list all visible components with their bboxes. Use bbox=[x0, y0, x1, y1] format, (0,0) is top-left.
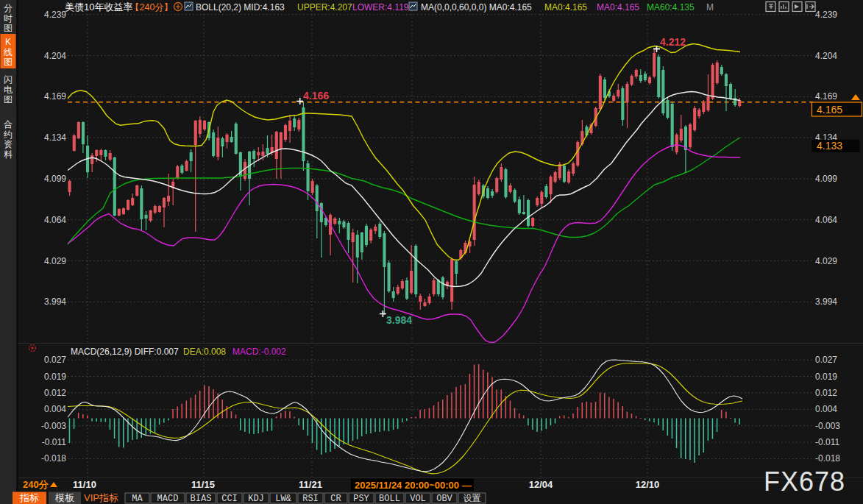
svg-text:美债10年收益率: 美债10年收益率 bbox=[65, 1, 132, 13]
svg-text:指标: 指标 bbox=[19, 492, 39, 503]
svg-text:0.012: 0.012 bbox=[44, 388, 66, 398]
svg-text:11/21: 11/21 bbox=[299, 479, 322, 490]
svg-text:MA60:4.135: MA60:4.135 bbox=[647, 2, 695, 13]
svg-text:RSI: RSI bbox=[302, 494, 319, 504]
svg-text:约: 约 bbox=[4, 129, 13, 140]
svg-text:OBV: OBV bbox=[436, 494, 452, 504]
svg-text:MA0:4.165: MA0:4.165 bbox=[544, 2, 587, 13]
svg-text:DEA:0.008: DEA:0.008 bbox=[183, 347, 226, 357]
svg-text:4.169: 4.169 bbox=[44, 91, 66, 102]
svg-text:线: 线 bbox=[4, 47, 13, 57]
svg-text:3.994: 3.994 bbox=[44, 297, 66, 307]
svg-text:4.029: 4.029 bbox=[44, 256, 66, 266]
svg-text:M: M bbox=[706, 2, 714, 13]
svg-text:4.029: 4.029 bbox=[815, 256, 837, 266]
svg-text:-0.011: -0.011 bbox=[42, 437, 66, 447]
svg-text:2025/11/24 20:00~00:00 —: 2025/11/24 20:00~00:00 — bbox=[355, 480, 472, 491]
svg-text:BIAS: BIAS bbox=[191, 494, 212, 504]
svg-text:4.165: 4.165 bbox=[817, 104, 842, 116]
svg-text:11/15: 11/15 bbox=[191, 479, 215, 490]
svg-text:MA0:4.165: MA0:4.165 bbox=[597, 2, 639, 13]
svg-text:0.019: 0.019 bbox=[815, 372, 837, 382]
svg-text:-0.003: -0.003 bbox=[815, 421, 840, 431]
svg-text:4.204: 4.204 bbox=[815, 51, 837, 61]
svg-text:4.064: 4.064 bbox=[815, 215, 837, 225]
svg-text:设置: 设置 bbox=[464, 494, 481, 504]
svg-text:UPPER:4.207: UPPER:4.207 bbox=[297, 2, 352, 13]
svg-text:0.027: 0.027 bbox=[815, 355, 837, 365]
svg-text:4.166: 4.166 bbox=[303, 90, 329, 102]
svg-text:4.134: 4.134 bbox=[44, 132, 66, 143]
svg-text:4.133: 4.133 bbox=[817, 140, 842, 152]
svg-text:4.204: 4.204 bbox=[44, 51, 66, 61]
svg-text:VOL: VOL bbox=[410, 494, 426, 504]
svg-text:-0.003: -0.003 bbox=[41, 421, 66, 431]
svg-text:0.027: 0.027 bbox=[44, 355, 66, 365]
svg-text:合: 合 bbox=[4, 119, 13, 129]
svg-text:CR: CR bbox=[330, 494, 341, 504]
svg-text:MACD(26,12,9) DIFF:0.007: MACD(26,12,9) DIFF:0.007 bbox=[71, 347, 179, 357]
svg-text:模板: 模板 bbox=[54, 492, 74, 503]
svg-text:240分: 240分 bbox=[23, 479, 49, 490]
svg-text:4.099: 4.099 bbox=[44, 174, 66, 184]
svg-text:4.064: 4.064 bbox=[44, 215, 66, 225]
svg-text:-0.018: -0.018 bbox=[41, 453, 66, 464]
svg-text:闪: 闪 bbox=[4, 74, 13, 85]
svg-text:MA: MA bbox=[132, 494, 143, 504]
svg-text:4.212: 4.212 bbox=[660, 36, 686, 48]
svg-text:资: 资 bbox=[4, 139, 13, 149]
svg-text:0.012: 0.012 bbox=[815, 388, 837, 398]
svg-text:MA(0,0,0,60,0,0) MA0:4.165: MA(0,0,0,60,0,0) MA0:4.165 bbox=[421, 2, 532, 13]
svg-text:3.994: 3.994 bbox=[815, 297, 837, 307]
svg-text:BOLL: BOLL bbox=[379, 494, 400, 504]
svg-text:0.004: 0.004 bbox=[815, 404, 837, 414]
svg-text:12/10: 12/10 bbox=[636, 479, 660, 490]
svg-text:0.019: 0.019 bbox=[44, 372, 66, 382]
svg-text:4.099: 4.099 bbox=[815, 174, 837, 184]
svg-text:4.239: 4.239 bbox=[815, 10, 837, 20]
svg-text:-0.018: -0.018 bbox=[815, 453, 840, 464]
svg-text:LW&: LW& bbox=[275, 494, 291, 504]
svg-text:4.169: 4.169 bbox=[815, 91, 837, 102]
svg-text:CCI: CCI bbox=[221, 494, 238, 504]
svg-text:VIP指标: VIP指标 bbox=[84, 492, 118, 503]
svg-text:图: 图 bbox=[4, 23, 13, 33]
svg-text:PSY: PSY bbox=[353, 494, 369, 504]
svg-text:分: 分 bbox=[4, 3, 13, 13]
svg-text:时: 时 bbox=[4, 13, 13, 24]
svg-text:LOWER:4.119: LOWER:4.119 bbox=[352, 2, 409, 13]
svg-text:MACD:-0.002: MACD:-0.002 bbox=[232, 347, 286, 357]
svg-text:0.004: 0.004 bbox=[44, 404, 66, 414]
svg-text:-0.011: -0.011 bbox=[815, 437, 839, 447]
svg-text:11/10: 11/10 bbox=[73, 479, 96, 490]
svg-text:KDJ: KDJ bbox=[248, 494, 264, 504]
svg-text:BOLL(20,2) MID:4.163: BOLL(20,2) MID:4.163 bbox=[196, 2, 285, 13]
svg-text:料: 料 bbox=[4, 149, 13, 160]
svg-text:图: 图 bbox=[4, 94, 13, 104]
svg-text:12/04: 12/04 bbox=[529, 479, 553, 490]
svg-text:MACD: MACD bbox=[157, 494, 179, 504]
svg-text:4.239: 4.239 bbox=[44, 10, 66, 20]
svg-text:【240分】: 【240分】 bbox=[130, 2, 173, 13]
svg-text:3.984: 3.984 bbox=[386, 314, 412, 326]
svg-text:K: K bbox=[5, 37, 11, 47]
svg-text:电: 电 bbox=[4, 85, 13, 95]
svg-text:图: 图 bbox=[4, 57, 13, 67]
